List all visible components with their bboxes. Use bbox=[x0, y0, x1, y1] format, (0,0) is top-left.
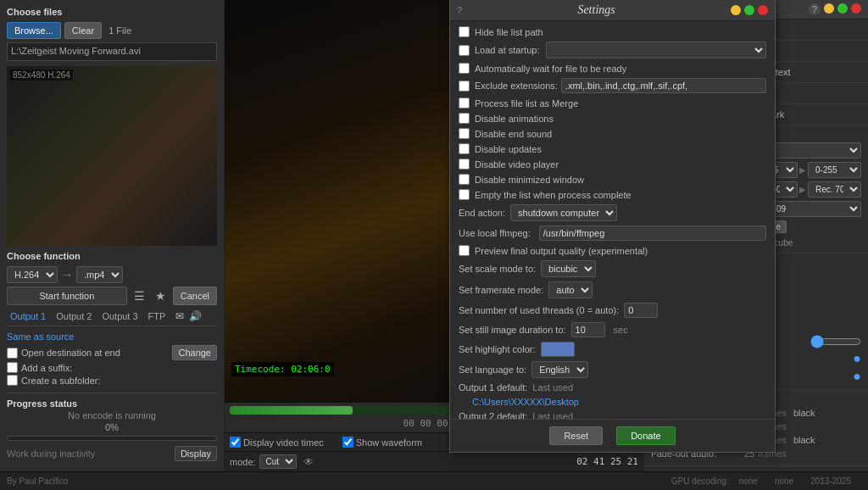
cs-to-select[interactable]: Rec. 709 bbox=[808, 181, 861, 198]
minimize-icon[interactable] bbox=[824, 3, 834, 14]
settings-close-icon[interactable] bbox=[758, 5, 768, 15]
preview-resolution: 852x480 H.264 bbox=[10, 70, 73, 81]
exclude-ext-checkbox[interactable] bbox=[459, 81, 470, 92]
show-waveform-checkbox[interactable] bbox=[342, 437, 353, 448]
cancel-button[interactable]: Cancel bbox=[173, 287, 217, 305]
setting-disable-minimized: Disable minimized window bbox=[459, 174, 766, 185]
maximize-icon[interactable] bbox=[837, 3, 848, 14]
load-startup-label: Load at startup: bbox=[475, 45, 539, 55]
output-format-select[interactable]: .mp4 bbox=[76, 266, 123, 283]
gpu-label: GPU decoding: bbox=[671, 476, 729, 486]
open-dest-checkbox[interactable] bbox=[7, 348, 18, 359]
list-icon[interactable]: ☰ bbox=[131, 287, 148, 304]
setting-hide-file-path: Hide file list path bbox=[459, 26, 766, 37]
preview-quality-label: Preview final output quality (experiment… bbox=[475, 246, 648, 256]
change-button[interactable]: Change bbox=[172, 345, 217, 360]
cut-time: 02 41 25 21 bbox=[576, 456, 638, 467]
disable-video-player-checkbox[interactable] bbox=[459, 159, 470, 170]
tab-ftp[interactable]: FTP bbox=[145, 310, 170, 322]
settings-title-bar: ? Settings bbox=[450, 0, 775, 21]
highlight-color-swatch[interactable] bbox=[541, 342, 575, 357]
preview-quality-checkbox[interactable] bbox=[459, 245, 470, 256]
scale-mode-select[interactable]: bicubic bbox=[541, 260, 596, 277]
display-timecode-checkbox[interactable] bbox=[230, 437, 241, 448]
end-action-select[interactable]: shutdown computer bbox=[510, 204, 617, 221]
start-function-button[interactable]: Start function bbox=[7, 287, 127, 305]
fade-in-video-color: black bbox=[793, 408, 815, 418]
hide-file-path-checkbox[interactable] bbox=[459, 26, 470, 37]
timecode-overlay: Timecode: 02:06:0 bbox=[231, 362, 334, 376]
exclude-ext-input[interactable] bbox=[561, 78, 766, 93]
end-action-row: End action: shutdown computer bbox=[459, 204, 766, 221]
help-icon[interactable]: ? bbox=[809, 3, 821, 15]
language-select[interactable]: English bbox=[531, 361, 588, 378]
gpu-value: none bbox=[739, 476, 758, 486]
load-startup-checkbox[interactable] bbox=[459, 45, 470, 56]
author-label: By Paul Pacifico bbox=[7, 476, 68, 486]
image-sequence-item[interactable]: Image sequence bbox=[651, 470, 861, 471]
show-waveform-label: Show waveform bbox=[356, 437, 422, 448]
output-options: Same as source Open destination at end C… bbox=[7, 331, 217, 387]
star-icon[interactable]: ★ bbox=[152, 287, 170, 304]
donate-button[interactable]: Donate bbox=[616, 426, 675, 445]
tab-output3[interactable]: Output 3 bbox=[98, 310, 141, 322]
email-icon[interactable]: ✉ bbox=[175, 310, 184, 322]
hide-file-path-label: Hide file list path bbox=[475, 27, 543, 37]
output1-default-row: Output 1 default: Last used C:\Users\XXX… bbox=[459, 382, 766, 407]
framerate-mode-select[interactable]: auto bbox=[548, 281, 593, 298]
cut-mode-row: mode: Cut 👁 02 41 25 21 bbox=[225, 451, 643, 471]
format-select[interactable]: H.264 bbox=[7, 266, 58, 283]
close-icon[interactable] bbox=[851, 3, 861, 14]
still-duration-input[interactable] bbox=[571, 322, 605, 337]
settings-reset-button[interactable]: Reset bbox=[549, 426, 603, 445]
scale-mode-row: Set scale mode to: bicubic bbox=[459, 260, 766, 277]
choose-files-title: Choose files bbox=[7, 7, 217, 17]
browse-button[interactable]: Browse... bbox=[7, 22, 61, 39]
highlight-color-row: Set highlight color: bbox=[459, 342, 766, 357]
choose-function-section: Choose function H.264 → .mp4 Start funct… bbox=[7, 251, 217, 305]
disable-updates-checkbox[interactable] bbox=[459, 143, 470, 154]
local-ffmpeg-row: Use local ffmpeg: bbox=[459, 226, 766, 241]
tab-output1[interactable]: Output 1 bbox=[7, 310, 49, 322]
empty-list-checkbox[interactable] bbox=[459, 189, 470, 200]
cut-mode-select[interactable]: Cut bbox=[259, 454, 297, 469]
disable-animations-label: Disable animations bbox=[475, 114, 554, 124]
open-dest-label: Open destination at end bbox=[21, 348, 120, 358]
same-as-source: Same as source bbox=[7, 331, 217, 342]
setting-process-merge: Process file list as Merge bbox=[459, 97, 766, 109]
eye-icon[interactable]: 👁 bbox=[303, 456, 314, 468]
tab-output2[interactable]: Output 2 bbox=[53, 310, 95, 322]
file-list[interactable]: L:\Zeitgeist Moving Forward.avi bbox=[7, 42, 217, 61]
main-area: Timecode: 02:06:0 i | Frames: 290281 00 … bbox=[225, 0, 868, 471]
cut-mode-label: mode: bbox=[230, 457, 256, 467]
display-button[interactable]: Display bbox=[175, 446, 217, 461]
preview-area: 852x480 H.264 bbox=[7, 66, 217, 246]
add-suffix-checkbox[interactable] bbox=[7, 362, 18, 373]
audio-icon[interactable]: 🔊 bbox=[189, 310, 202, 322]
settings-help-icon[interactable]: ? bbox=[457, 5, 462, 15]
still-duration-label: Set still image duration to: bbox=[459, 325, 566, 335]
settings-max-icon[interactable] bbox=[744, 5, 754, 15]
output2-label: Output 2 default: bbox=[459, 411, 527, 419]
threads-input[interactable] bbox=[624, 303, 658, 318]
output1-label: Output 1 default: bbox=[459, 382, 527, 393]
display-timecode-label: Display video timec bbox=[243, 437, 324, 448]
disable-sound-checkbox[interactable] bbox=[459, 128, 470, 139]
language-label: Set language to: bbox=[459, 365, 526, 375]
details-slider[interactable] bbox=[810, 335, 861, 348]
output1-row: Output 1 default: Last used bbox=[459, 382, 766, 393]
process-merge-checkbox[interactable] bbox=[459, 97, 470, 109]
load-startup-select[interactable] bbox=[546, 42, 766, 58]
clear-button[interactable]: Clear bbox=[64, 22, 102, 39]
auto-wait-checkbox[interactable] bbox=[459, 63, 470, 74]
levels-to-select[interactable]: 0-255 bbox=[808, 162, 861, 178]
settings-min-icon[interactable] bbox=[731, 5, 741, 15]
framerate-mode-label: Set framerate mode: bbox=[459, 285, 543, 295]
disable-animations-checkbox[interactable] bbox=[459, 113, 470, 124]
output2-row: Output 2 default: Last used bbox=[459, 411, 766, 419]
local-ffmpeg-input[interactable] bbox=[539, 226, 766, 241]
disable-minimized-checkbox[interactable] bbox=[459, 174, 470, 185]
create-subfolder-checkbox[interactable] bbox=[7, 375, 18, 386]
language-row: Set language to: English bbox=[459, 361, 766, 378]
local-ffmpeg-label: Use local ffmpeg: bbox=[459, 228, 531, 238]
